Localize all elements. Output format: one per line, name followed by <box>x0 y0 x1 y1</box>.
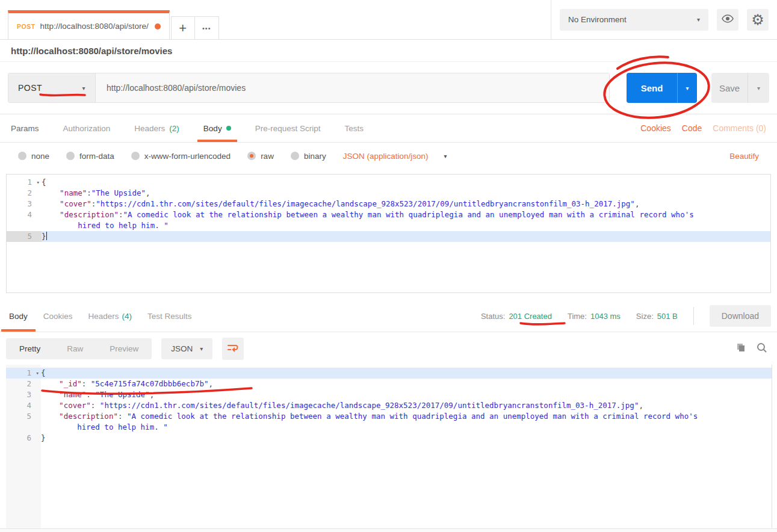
code-text: "description":"A comedic look at the rel… <box>42 209 770 231</box>
download-button[interactable]: Download <box>710 305 771 327</box>
tab-tests[interactable]: Tests <box>344 114 364 142</box>
cookies-link[interactable]: Cookies <box>640 123 671 133</box>
size-badge: Size: 501 B <box>636 312 678 321</box>
code-line: 2 "_id": "5c4e715fa74c07dbbb6ecb7b", <box>6 379 772 389</box>
view-preview[interactable]: Preview <box>96 338 152 359</box>
settings-button[interactable]: ⚙ <box>747 9 769 31</box>
send-button[interactable]: Send <box>627 73 677 103</box>
beautify-link[interactable]: Beautify <box>729 152 759 161</box>
status-badge: Status: 201 Created <box>481 312 552 321</box>
method-selector[interactable]: POST ▾ <box>8 73 96 102</box>
view-pretty[interactable]: Pretty <box>6 338 54 359</box>
chevron-down-icon: ▾ <box>200 345 203 352</box>
line-number: 6 <box>6 433 41 444</box>
save-options-button[interactable]: ▾ <box>748 73 769 103</box>
response-status-area: Status: 201 Created Time: 1043 ms Size: … <box>481 300 771 332</box>
code-text: "cover": "https://cdn1.thr.com/sites/def… <box>41 400 772 411</box>
view-raw[interactable]: Raw <box>54 338 96 359</box>
chevron-down-icon: ▾ <box>757 85 760 91</box>
response-tab-body[interactable]: Body <box>1 300 36 332</box>
response-body-editor[interactable]: 1▾{2 "_id": "5c4e715fa74c07dbbb6ecb7b",3… <box>6 365 772 528</box>
response-tabs: Body Cookies Headers(4) Test Results <box>1 300 200 332</box>
time-badge: Time: 1043 ms <box>568 312 621 321</box>
code-text: { <box>41 368 772 379</box>
code-text: "_id": "5c4e715fa74c07dbbb6ecb7b", <box>41 379 772 389</box>
response-format-selector[interactable]: JSON ▾ <box>161 338 212 359</box>
size-value: 501 B <box>657 312 678 321</box>
copy-response-button[interactable] <box>735 342 746 354</box>
request-tab[interactable]: POST http://localhost:8080/api/store/ <box>8 10 170 39</box>
unsaved-changes-dot <box>155 23 161 29</box>
tab-headers[interactable]: Headers(2) <box>134 114 179 142</box>
content-type-selector[interactable]: JSON (application/json) ▾ <box>343 152 447 161</box>
wrap-lines-button[interactable] <box>222 338 244 360</box>
search-response-button[interactable] <box>757 342 767 355</box>
radio-icon <box>291 152 299 160</box>
code-line: 3 "name": "The Upside", <box>6 389 772 400</box>
body-set-dot <box>226 126 231 131</box>
radio-icon <box>131 152 140 160</box>
radio-icon <box>66 152 75 160</box>
save-group: Save ▾ <box>711 73 769 103</box>
tab-pre-request-script[interactable]: Pre-request Script <box>255 114 321 142</box>
response-tab-headers[interactable]: Headers(4) <box>81 300 140 332</box>
text-cursor <box>46 232 47 240</box>
method-label: POST <box>18 83 42 93</box>
code-text: { <box>42 177 770 188</box>
save-button[interactable]: Save <box>711 73 748 103</box>
request-title: http://localhost:8080/api/store/movies <box>0 40 777 62</box>
copy-icon <box>735 342 746 354</box>
response-meta-row: Body Cookies Headers(4) Test Results Sta… <box>0 300 777 332</box>
code-link[interactable]: Code <box>682 123 702 133</box>
line-number: 3 <box>6 389 41 400</box>
url-input[interactable] <box>96 73 609 102</box>
radio-selected-icon <box>247 152 256 160</box>
code-line: 2 "name":"The Upside", <box>7 188 770 199</box>
tab-body[interactable]: Body <box>203 114 231 142</box>
more-tabs-button[interactable]: ••• <box>195 16 219 39</box>
code-text: "name":"The Upside", <box>42 188 770 199</box>
line-number: 1▾ <box>6 368 41 379</box>
mode-binary[interactable]: binary <box>291 152 326 161</box>
send-options-button[interactable]: ▾ <box>677 73 697 103</box>
mode-x-www-form-urlencoded[interactable]: x-www-form-urlencoded <box>131 152 231 161</box>
environment-selector[interactable]: No Environment ▾ <box>560 9 708 31</box>
environment-quick-look-button[interactable] <box>717 9 738 31</box>
chevron-down-icon: ▾ <box>697 16 700 23</box>
line-number: 5 <box>6 411 41 433</box>
line-number: 4 <box>7 209 42 231</box>
chevron-down-icon: ▾ <box>82 85 85 91</box>
environment-area: No Environment ▾ ⚙ <box>551 0 777 39</box>
response-tab-cookies[interactable]: Cookies <box>36 300 81 332</box>
code-line: 5} <box>7 231 770 242</box>
line-number: 5 <box>7 231 42 242</box>
code-text: "cover":"https://cdn1.thr.com/sites/defa… <box>42 199 770 209</box>
chevron-down-icon: ▾ <box>444 153 447 159</box>
response-view-switch: Pretty Raw Preview <box>6 338 152 359</box>
tab-params[interactable]: Params <box>11 114 39 142</box>
radio-icon <box>18 152 26 160</box>
code-line: 3 "cover":"https://cdn1.thr.com/sites/de… <box>7 199 770 209</box>
comments-link[interactable]: Comments (0) <box>713 123 766 133</box>
code-text: "name": "The Upside", <box>41 389 772 400</box>
mode-form-data[interactable]: form-data <box>66 152 114 161</box>
request-tabs-row: Params Authorization Headers(2) Body Pre… <box>0 114 777 143</box>
time-value: 1043 ms <box>590 312 621 321</box>
bottom-bar <box>0 528 777 532</box>
fold-arrow-icon[interactable]: ▾ <box>36 368 39 379</box>
new-tab-button[interactable]: + <box>171 16 195 39</box>
eye-icon <box>722 14 734 25</box>
fold-arrow-icon[interactable]: ▾ <box>37 177 40 188</box>
tab-authorization[interactable]: Authorization <box>63 114 111 142</box>
mode-none[interactable]: none <box>18 152 49 161</box>
mode-raw[interactable]: raw <box>247 152 274 161</box>
line-number: 4 <box>6 400 41 411</box>
tab-method-label: POST <box>17 23 36 30</box>
code-text: } <box>42 231 770 242</box>
response-tab-test-results[interactable]: Test Results <box>140 300 200 332</box>
search-icon <box>757 342 767 355</box>
tab-url-label: http://localhost:8080/api/store/ <box>40 22 149 31</box>
request-builder: POST ▾ Send ▾ Save ▾ <box>0 62 777 114</box>
code-text: "description": "A comedic look at the re… <box>41 411 772 433</box>
request-body-editor[interactable]: 1▾{2 "name":"The Upside",3 "cover":"http… <box>6 174 771 293</box>
